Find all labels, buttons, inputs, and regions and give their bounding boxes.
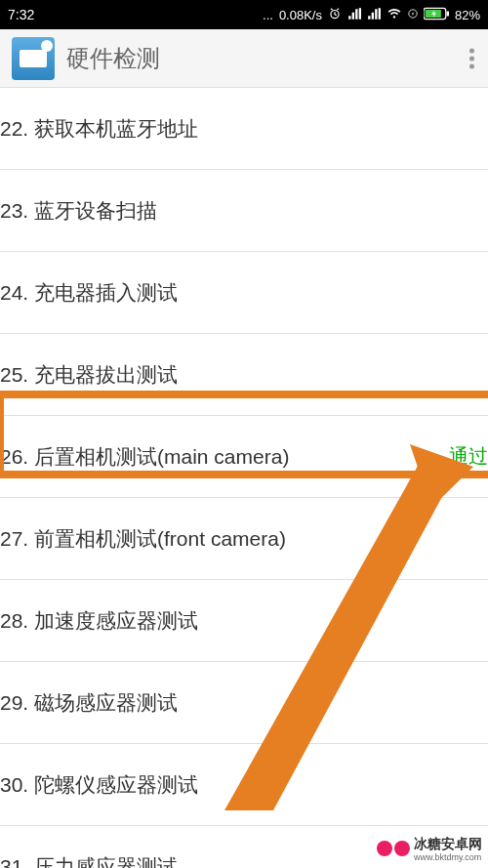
status-right: ... 0.08K/s 82% xyxy=(263,7,480,23)
watermark: 冰糖安卓网 www.bktdmy.com xyxy=(377,835,482,862)
list-item-label: 25. 充电器拔出测试 xyxy=(0,361,488,389)
title-bar: 硬件检测 xyxy=(0,29,488,88)
app-icon xyxy=(12,37,55,80)
svg-rect-4 xyxy=(447,11,449,16)
list-item-label: 29. 磁场感应器测试 xyxy=(0,689,488,717)
status-time: 7:32 xyxy=(8,7,34,22)
status-netspeed: 0.08K/s xyxy=(279,8,322,22)
list-item-label: 24. 充电器插入测试 xyxy=(0,279,488,307)
list-item-label: 22. 获取本机蓝牙地址 xyxy=(0,115,488,143)
list-item[interactable]: 29. 磁场感应器测试 xyxy=(0,662,488,744)
list-item-label: 30. 陀螺仪感应器测试 xyxy=(0,771,488,799)
signal-icon-1 xyxy=(347,7,361,23)
list-item[interactable]: 24. 充电器插入测试 xyxy=(0,252,488,334)
watermark-icon xyxy=(377,839,410,858)
watermark-url: www.bktdmy.com xyxy=(414,853,482,862)
list-item[interactable]: 30. 陀螺仪感应器测试 xyxy=(0,744,488,826)
list-item[interactable]: 25. 充电器拔出测试 xyxy=(0,334,488,416)
watermark-name: 冰糖安卓网 xyxy=(414,836,482,851)
list-item[interactable]: 27. 前置相机测试(front camera) xyxy=(0,498,488,580)
list-item[interactable]: 28. 加速度感应器测试 xyxy=(0,580,488,662)
status-left: 7:32 xyxy=(8,7,34,22)
list-item-status: 通过 xyxy=(449,443,488,470)
signal-icon-2 xyxy=(367,7,381,23)
status-battery: 82% xyxy=(455,8,480,22)
list-item-label: 27. 前置相机测试(front camera) xyxy=(0,525,488,553)
wifi-icon xyxy=(386,7,402,23)
list-item-label: 23. 蓝牙设备扫描 xyxy=(0,197,488,225)
list-item-label: 26. 后置相机测试(main camera) xyxy=(0,443,449,471)
test-list: 22. 获取本机蓝牙地址 23. 蓝牙设备扫描 24. 充电器插入测试 25. … xyxy=(0,88,488,868)
alarm-icon xyxy=(328,7,342,23)
status-dots: ... xyxy=(263,8,273,22)
list-item[interactable]: 23. 蓝牙设备扫描 xyxy=(0,170,488,252)
status-bar: 7:32 ... 0.08K/s 82% xyxy=(0,0,488,29)
list-item[interactable]: 22. 获取本机蓝牙地址 xyxy=(0,88,488,170)
list-item-label: 28. 加速度感应器测试 xyxy=(0,607,488,635)
battery-icon xyxy=(424,7,449,23)
page-title: 硬件检测 xyxy=(66,43,160,74)
charging-icon xyxy=(408,7,418,23)
list-item[interactable]: 26. 后置相机测试(main camera) 通过 xyxy=(0,416,488,498)
overflow-menu-icon[interactable] xyxy=(469,48,474,68)
